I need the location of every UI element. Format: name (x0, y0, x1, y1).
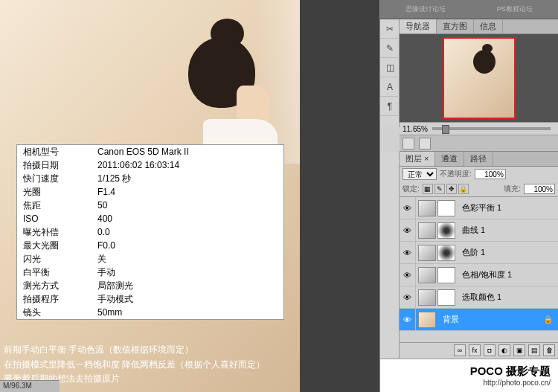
tool-type-icon[interactable]: A (380, 77, 400, 97)
layer-row[interactable]: 👁色彩平衡 1 (400, 197, 558, 219)
visibility-icon[interactable]: 👁 (400, 309, 416, 331)
layer-thumbs (416, 312, 438, 328)
layer-thumbs (416, 245, 458, 261)
nav-thumb-figure (473, 50, 496, 74)
opacity-input[interactable] (475, 169, 506, 179)
exif-value: 局部测光 (97, 279, 278, 292)
layers-tabs: 图层 × 通道 路径 (400, 152, 558, 167)
adjustment-thumb[interactable] (418, 200, 436, 216)
exif-label: 相机型号 (23, 145, 97, 158)
layer-row-background[interactable]: 👁背景🔒 (400, 309, 558, 331)
tool-ruler-icon[interactable]: ◫ (380, 58, 400, 77)
visibility-icon[interactable]: 👁 (400, 219, 416, 242)
fx-icon[interactable]: fx (469, 344, 481, 356)
adjustment-thumb[interactable] (418, 267, 436, 283)
mask-thumb[interactable] (437, 267, 455, 283)
lock-brush-icon[interactable]: ✎ (434, 184, 445, 194)
exif-value: F0.0 (97, 239, 278, 252)
tab-navigator[interactable]: 导航器 (400, 19, 437, 33)
tool-scissors-icon[interactable]: ✂ (380, 19, 400, 39)
layer-row[interactable]: 👁色阶 1 (400, 242, 558, 264)
exif-row: 拍摄程序手动模式 (17, 292, 283, 306)
exif-label: 光圈 (23, 185, 97, 199)
layers-footer: ∞ fx ◘ ◐ ▣ ▤ 🗑 (400, 342, 558, 359)
zoom-percentage[interactable]: 11.65% (403, 125, 428, 133)
masks-icon[interactable] (419, 138, 431, 150)
blend-mode-select[interactable]: 正常 (403, 168, 437, 180)
exif-label: 测光方式 (23, 279, 97, 292)
adjustments-icon[interactable] (403, 138, 414, 150)
layer-row[interactable]: 👁曲线 1 (400, 219, 558, 242)
layer-row[interactable]: 👁色相/饱和度 1 (400, 264, 558, 286)
visibility-icon[interactable]: 👁 (400, 286, 416, 309)
trash-icon[interactable]: 🗑 (543, 344, 555, 356)
lock-icons: ▦ ✎ ✥ 🔒 (423, 184, 469, 194)
exif-value: 手动模式 (97, 292, 278, 306)
tab-layers[interactable]: 图层 × (400, 152, 435, 166)
fill-input[interactable] (524, 184, 555, 194)
exif-row: ISO400 (17, 212, 283, 225)
tool-paragraph-icon[interactable]: ¶ (380, 97, 400, 116)
layer-thumbs (416, 222, 458, 239)
exif-row: 快门速度1/125 秒 (17, 172, 283, 185)
visibility-icon[interactable]: 👁 (400, 242, 416, 264)
exif-label: 闪光 (23, 252, 97, 266)
layer-thumbs (416, 200, 458, 216)
layers-left-strip (380, 152, 400, 359)
panels-area: 思缘设计论坛 PS教程论坛 ✂ ✎ ◫ A ¶ 导航器 直方图 信息 11.65… (379, 0, 558, 392)
tab-paths[interactable]: 路径 (464, 152, 493, 166)
exif-row: 闪光关 (17, 252, 283, 266)
tool-brush-icon[interactable]: ✎ (380, 39, 400, 58)
lock-all-icon[interactable]: 🔒 (458, 184, 469, 194)
canvas-image[interactable]: 相机型号Canon EOS 5D Mark II拍摄日期2011:06:02 1… (0, 0, 300, 392)
mask-thumb[interactable] (437, 289, 455, 306)
poco-logo-text: POCO 摄影专题 (470, 364, 551, 379)
adjustment-thumb[interactable] (418, 222, 436, 239)
bg-thumb[interactable] (418, 312, 436, 328)
poco-branding: POCO 摄影专题 http://photo.poco.cn/ (380, 359, 558, 392)
exif-value: F1.4 (97, 185, 278, 199)
adjustment-icon[interactable]: ◐ (498, 344, 510, 356)
layer-thumbs (416, 267, 458, 283)
mask-thumb[interactable] (437, 245, 455, 261)
adjustment-thumb[interactable] (418, 289, 436, 306)
tab-channels[interactable]: 通道 (435, 152, 464, 166)
visibility-icon[interactable]: 👁 (400, 264, 416, 286)
watermark-left: 思缘设计论坛 (405, 4, 446, 14)
annotation-line-1: 前期手动白平衡 手动色温（数值根据环境而定） (4, 343, 300, 357)
group-icon[interactable]: ▣ (513, 344, 525, 356)
tab-info[interactable]: 信息 (474, 19, 503, 33)
mask-thumb[interactable] (437, 200, 455, 216)
visibility-icon[interactable]: 👁 (400, 197, 416, 219)
layer-name-label: 色阶 1 (458, 247, 485, 258)
exif-value: 2011:06:02 16:03:14 (97, 158, 278, 172)
exif-label: 最大光圈 (23, 239, 97, 252)
lock-move-icon[interactable]: ✥ (446, 184, 457, 194)
exif-row: 白平衡手动 (17, 266, 283, 279)
layer-name-label: 色彩平衡 1 (458, 202, 501, 213)
exif-row: 拍摄日期2011:06:02 16:03:14 (17, 158, 283, 172)
mask-icon[interactable]: ◘ (484, 344, 496, 356)
lock-pixels-icon[interactable]: ▦ (423, 184, 433, 194)
navigator-preview[interactable] (400, 34, 558, 122)
exif-row: 曝光补偿0.0 (17, 225, 283, 239)
link-layers-icon[interactable]: ∞ (454, 344, 466, 356)
navigator-zoom-bar: 11.65% (400, 122, 558, 135)
exif-label: 拍摄程序 (23, 292, 97, 306)
adjustment-thumb[interactable] (418, 245, 436, 261)
new-layer-icon[interactable]: ▤ (528, 344, 540, 356)
exif-value: Canon EOS 5D Mark II (97, 145, 278, 158)
annotation-line-2: 在拍摄模式里降低一档饱和度 降低两档反差（根据个人喜好而定） (4, 358, 300, 372)
exif-label: 曝光补偿 (23, 225, 97, 239)
navigator-thumbnail[interactable] (443, 37, 516, 119)
zoom-slider[interactable] (432, 127, 551, 130)
layers-list: 👁色彩平衡 1👁曲线 1👁色阶 1👁色相/饱和度 1👁选取颜色 1👁背景🔒 (400, 197, 558, 342)
mask-thumb[interactable] (437, 222, 455, 239)
navigator-panel: 导航器 直方图 信息 11.65% (400, 19, 558, 135)
layer-thumbs (416, 289, 458, 306)
exif-value: 关 (97, 252, 278, 266)
layer-row[interactable]: 👁选取颜色 1 (400, 286, 558, 309)
exif-label: 焦距 (23, 199, 97, 212)
lock-label: 锁定: (403, 184, 420, 194)
tab-histogram[interactable]: 直方图 (437, 19, 474, 33)
